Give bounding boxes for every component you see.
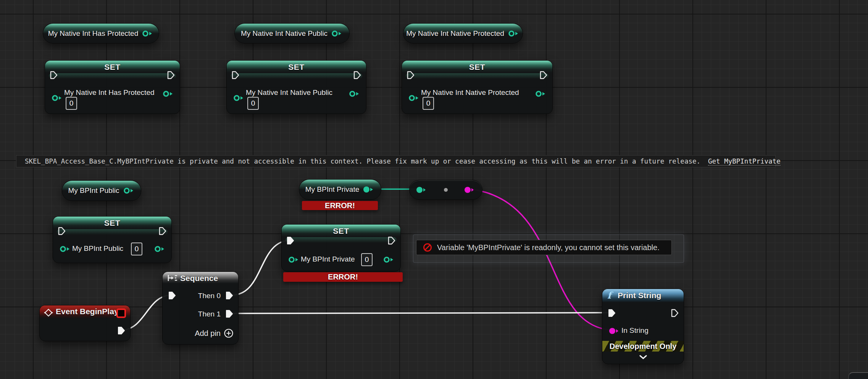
error-banner: ERROR! xyxy=(302,201,378,210)
node-set-my-bpint-private[interactable]: SET My BPInt Private 0 xyxy=(281,224,401,271)
warning-focus-link[interactable]: Get MyBPIntPrivate xyxy=(708,157,781,165)
function-icon: f xyxy=(607,290,611,301)
node-title: SET xyxy=(282,226,400,236)
int-output-pin[interactable] xyxy=(535,90,547,98)
node-title: SET xyxy=(227,63,366,72)
node-get-my-bpint-public[interactable]: My BPInt Public xyxy=(62,180,141,201)
add-pin-label[interactable]: Add pin xyxy=(195,329,221,338)
header-glow xyxy=(49,73,176,79)
exec-input-pin[interactable] xyxy=(50,71,58,80)
node-title: SET xyxy=(45,63,180,72)
node-get-my-native-int-has-protected[interactable]: My Native Int Has Protected xyxy=(43,23,159,43)
pin-label: My Native Int Native Public xyxy=(246,88,332,97)
node-set-my-bpint-public[interactable]: SET My BPInt Public 0 xyxy=(53,216,172,263)
node-set-my-native-int-native-public[interactable]: SET My Native Int Native Public 0 xyxy=(226,60,366,114)
node-event-beginplay[interactable]: Event BeginPlay xyxy=(39,305,131,341)
int-input-pin-connected[interactable] xyxy=(416,186,427,194)
header-glow xyxy=(57,229,168,235)
pin-label: My Native Int Has Protected xyxy=(64,88,155,97)
int-output-pin[interactable] xyxy=(123,187,135,194)
development-only-banner: Development Only xyxy=(602,341,684,352)
node-title: SET xyxy=(53,218,171,228)
int-output-pin[interactable] xyxy=(348,90,361,98)
value-input[interactable]: 0 xyxy=(361,253,373,266)
pin-label: In String xyxy=(621,326,649,335)
value-input[interactable]: 0 xyxy=(247,97,259,110)
node-get-my-native-int-native-protected[interactable]: My Native Int Native Protected xyxy=(403,23,523,43)
exec-output-pin[interactable] xyxy=(158,226,167,236)
node-title: SET xyxy=(402,63,552,72)
value-input[interactable]: 0 xyxy=(66,97,77,110)
int-output-pin[interactable] xyxy=(383,256,395,263)
exec-output-pin-then1-connected[interactable] xyxy=(225,309,234,318)
int-output-pin[interactable] xyxy=(142,30,154,37)
exec-input-pin[interactable] xyxy=(58,226,66,236)
exec-output-pin-then0-connected[interactable] xyxy=(225,291,234,300)
compiler-warning-bar: SKEL_BPA_Access_Base_C.MyBPIntPrivate is… xyxy=(16,155,776,167)
blueprint-graph-canvas[interactable]: My Native Int Has Protected My Native In… xyxy=(0,0,868,379)
node-set-my-native-int-has-protected[interactable]: SET My Native Int Has Protected 0 xyxy=(45,60,180,114)
exec-input-pin-connected[interactable] xyxy=(608,308,616,318)
variable-label: My Native Int Native Public xyxy=(241,29,328,38)
value-input[interactable]: 0 xyxy=(423,97,434,110)
int-output-pin-connected[interactable] xyxy=(363,186,375,193)
pin-label-then0: Then 0 xyxy=(198,292,221,300)
tooltip-message: Variable 'MyBPIntPrivate' is readonly, y… xyxy=(437,243,660,252)
pin-label: My BPInt Public xyxy=(72,244,123,253)
exec-output-pin[interactable] xyxy=(167,71,175,80)
int-input-pin[interactable] xyxy=(233,94,245,102)
exec-output-pin[interactable] xyxy=(387,236,396,245)
header-glow xyxy=(406,73,549,79)
pin-label: My BPInt Private xyxy=(301,255,355,263)
variable-label: My Native Int Has Protected xyxy=(48,29,139,38)
node-title: Print String xyxy=(618,291,661,300)
exec-input-pin[interactable] xyxy=(231,71,240,80)
value-input[interactable]: 0 xyxy=(131,242,142,255)
variable-label: My Native Int Native Protected xyxy=(406,29,504,38)
header-glow xyxy=(286,237,397,243)
node-print-string[interactable]: f Print String In String Development Onl… xyxy=(602,289,684,364)
int-output-pin[interactable] xyxy=(331,30,343,37)
exec-output-pin[interactable] xyxy=(671,308,679,318)
string-output-pin-connected[interactable] xyxy=(464,186,475,194)
event-error-square xyxy=(116,308,126,318)
error-banner: ERROR! xyxy=(283,272,403,282)
sequence-icon xyxy=(167,274,178,282)
partial-node-corner[interactable] xyxy=(848,372,868,379)
int-output-pin[interactable] xyxy=(508,30,520,37)
exec-output-pin-connected[interactable] xyxy=(117,326,126,335)
int-input-pin[interactable] xyxy=(408,94,420,102)
add-pin-icon[interactable] xyxy=(224,328,234,338)
exec-output-pin[interactable] xyxy=(353,71,361,80)
variable-label: My BPInt Private xyxy=(305,185,360,194)
exec-input-pin[interactable] xyxy=(407,71,415,80)
pin-label-then1: Then 1 xyxy=(198,310,221,318)
warning-message: SKEL_BPA_Access_Base_C.MyBPIntPrivate is… xyxy=(25,157,700,165)
int-input-pin[interactable] xyxy=(288,256,300,263)
node-sequence[interactable]: Sequence Then 0 Then 1 Add pin xyxy=(162,271,239,345)
node-int-to-string-conversion[interactable] xyxy=(409,180,482,200)
node-get-my-bpint-private[interactable]: My BPInt Private xyxy=(299,179,381,200)
variable-label: My BPInt Public xyxy=(68,186,119,195)
node-title: Event BeginPlay xyxy=(56,307,119,316)
pin-label: My Native Int Native Protected xyxy=(421,88,519,97)
chevron-down-icon[interactable] xyxy=(639,355,647,360)
string-input-pin-connected[interactable] xyxy=(608,327,620,335)
int-input-pin[interactable] xyxy=(59,245,71,253)
header-glow xyxy=(231,73,362,79)
exec-output-pin[interactable] xyxy=(539,71,548,80)
node-set-my-native-int-native-protected[interactable]: SET My Native Int Native Protected 0 xyxy=(402,60,553,114)
int-input-pin[interactable] xyxy=(51,94,63,102)
wire-then1-to-printstring[interactable] xyxy=(232,313,611,313)
exec-input-pin-connected[interactable] xyxy=(286,236,295,245)
prohibited-icon xyxy=(423,242,432,252)
readonly-tooltip: Variable 'MyBPIntPrivate' is readonly, y… xyxy=(416,240,672,255)
int-output-pin[interactable] xyxy=(162,90,174,98)
node-get-my-native-int-native-public[interactable]: My Native Int Native Public xyxy=(234,23,350,43)
reroute-dot xyxy=(444,188,448,192)
event-icon xyxy=(44,308,53,317)
int-output-pin[interactable] xyxy=(154,245,166,253)
exec-input-pin-connected[interactable] xyxy=(168,291,176,300)
node-title: Sequence xyxy=(180,274,218,283)
